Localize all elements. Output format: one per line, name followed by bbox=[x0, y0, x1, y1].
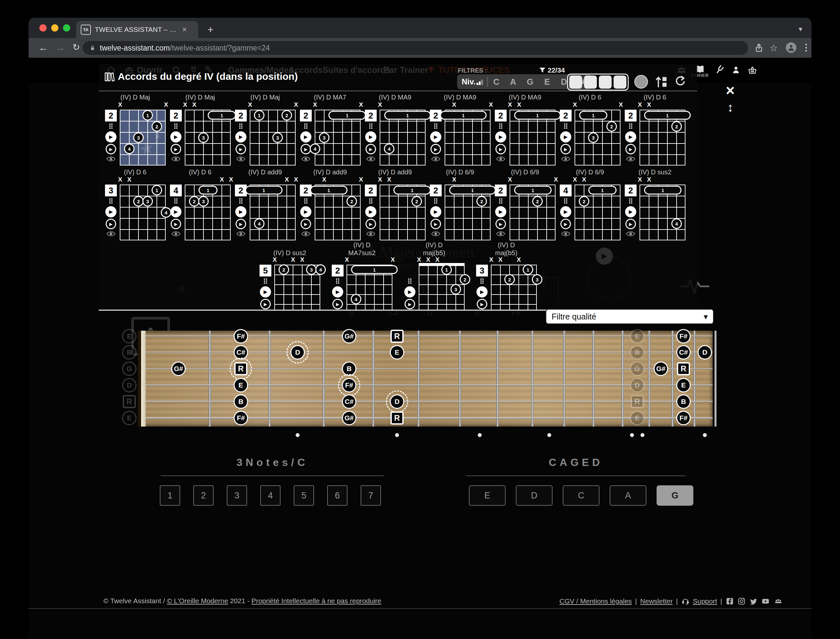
chord-kebab-icon[interactable] bbox=[109, 124, 113, 129]
chord-play-button[interactable]: ▶ bbox=[170, 131, 181, 143]
back-button[interactable]: ← bbox=[38, 42, 48, 53]
chord-play-button[interactable]: ▶ bbox=[476, 286, 488, 297]
chord-eye-icon[interactable] bbox=[431, 156, 441, 164]
chord-play-arpeggio-button[interactable]: ▶ bbox=[625, 144, 636, 154]
chord-play-button[interactable]: ▶ bbox=[625, 206, 636, 218]
chord-play-arpeggio-button[interactable]: ▶ bbox=[106, 144, 116, 154]
chord-eye-icon[interactable] bbox=[106, 156, 116, 164]
facebook-icon[interactable] bbox=[726, 597, 734, 606]
chord-play-button[interactable]: ▶ bbox=[430, 131, 441, 143]
chord-eye-icon[interactable] bbox=[366, 230, 376, 238]
panel-resize-icon[interactable]: ↕ bbox=[727, 101, 733, 114]
chord-eye-icon[interactable] bbox=[366, 156, 376, 164]
quality-filter-select[interactable]: Filtre qualité ▾ bbox=[546, 309, 714, 324]
chord-eye-icon[interactable] bbox=[561, 230, 571, 238]
chord-play-arpeggio-button[interactable]: ▶ bbox=[171, 144, 181, 154]
chord-eye-icon[interactable] bbox=[301, 230, 311, 238]
chord-play-button[interactable]: ▶ bbox=[260, 286, 271, 297]
chord-play-button[interactable]: ▶ bbox=[495, 206, 506, 218]
browser-menu-kebab-icon[interactable]: ⋮ bbox=[802, 42, 811, 53]
chord-card[interactable]: (IV) D add92▶▶XX14 bbox=[234, 168, 296, 240]
chord-eye-icon[interactable] bbox=[236, 230, 246, 238]
footer-link-support[interactable]: Support bbox=[693, 597, 717, 605]
chord-card[interactable]: (IV) D 6/92▶▶X12 bbox=[429, 168, 491, 240]
chord-eye-icon[interactable] bbox=[561, 156, 571, 164]
chord-card[interactable]: (IV) D MA92▶▶XX1 bbox=[429, 93, 491, 165]
chord-play-button[interactable]: ▶ bbox=[365, 206, 376, 218]
root-note-box[interactable]: A ▾ bbox=[131, 317, 170, 356]
chord-play-button[interactable]: ▶ bbox=[300, 131, 311, 143]
chord-card[interactable]: (IV) D Maj2▶▶XX123 bbox=[234, 93, 296, 165]
chord-card[interactable]: (IV) D sus22▶▶XX14 bbox=[624, 168, 686, 240]
zoom-window-button[interactable] bbox=[63, 24, 70, 32]
caged-button-c[interactable]: C bbox=[563, 485, 599, 505]
chord-card[interactable]: (IV) D 6/94▶▶XX12 bbox=[559, 168, 621, 240]
footer-link-propriete[interactable]: Propriété Intellectuelle à ne pas reprod… bbox=[251, 597, 381, 604]
chord-play-arpeggio-button[interactable]: ▶ bbox=[625, 219, 636, 229]
chord-kebab-icon[interactable] bbox=[239, 124, 243, 129]
chord-card[interactable]: (IV) D maj(b5)▶▶XXX123 bbox=[403, 241, 465, 311]
chord-play-arpeggio-button[interactable]: ▶ bbox=[236, 219, 246, 229]
sort-hierarchy-icon[interactable] bbox=[654, 74, 669, 89]
chord-play-button[interactable]: ▶ bbox=[332, 286, 343, 297]
three-notes-button-1[interactable]: 1 bbox=[160, 485, 180, 505]
browser-tab[interactable]: TA TWELVE ASSISTANT – Majeur / × bbox=[76, 21, 198, 38]
chord-play-button[interactable]: ▶ bbox=[235, 131, 246, 143]
chord-play-arpeggio-button[interactable]: ▶ bbox=[560, 144, 571, 154]
chord-kebab-icon[interactable] bbox=[263, 278, 268, 284]
three-notes-button-5[interactable]: 5 bbox=[294, 485, 314, 505]
three-notes-button-6[interactable]: 6 bbox=[327, 485, 347, 505]
chord-card[interactable]: (IV) D 64▶▶XX123 bbox=[169, 168, 231, 240]
chord-kebab-icon[interactable] bbox=[433, 124, 438, 129]
chord-play-button[interactable]: ▶ bbox=[560, 131, 571, 143]
chord-play-arpeggio-button[interactable]: ▶ bbox=[366, 144, 376, 154]
chord-play-arpeggio-button[interactable]: ▶ bbox=[301, 219, 311, 229]
chord-card[interactable]: (IV) D Maj2▶▶XX13 bbox=[169, 93, 231, 165]
chord-play-button[interactable]: ▶ bbox=[430, 206, 441, 218]
chord-play-button[interactable]: ▶ bbox=[235, 206, 246, 218]
filter-caged-button[interactable]: C A G E D bbox=[493, 77, 571, 87]
community-icon[interactable] bbox=[773, 597, 783, 606]
close-tab-icon[interactable]: × bbox=[182, 25, 187, 34]
chord-eye-icon[interactable] bbox=[171, 230, 181, 238]
footer-link-cgv[interactable]: CGV / Mentions légales bbox=[559, 597, 632, 605]
panel-close-icon[interactable]: × bbox=[726, 83, 735, 98]
chord-kebab-icon[interactable] bbox=[174, 198, 178, 203]
loop-strap-icon[interactable] bbox=[672, 75, 688, 89]
chord-play-arpeggio-button[interactable]: ▶ bbox=[236, 144, 246, 154]
chord-eye-icon[interactable] bbox=[626, 230, 636, 238]
chord-kebab-icon[interactable] bbox=[628, 124, 633, 129]
chord-play-arpeggio-button[interactable]: ▶ bbox=[171, 219, 181, 229]
chord-kebab-icon[interactable] bbox=[563, 124, 568, 129]
chord-kebab-icon[interactable] bbox=[368, 124, 373, 129]
chord-play-arpeggio-button[interactable]: ▶ bbox=[431, 144, 441, 154]
chord-play-button[interactable]: ▶ bbox=[105, 131, 116, 143]
chord-play-arpeggio-button[interactable]: ▶ bbox=[404, 299, 415, 309]
chord-kebab-icon[interactable] bbox=[480, 278, 484, 284]
chord-play-arpeggio-button[interactable]: ▶ bbox=[431, 219, 441, 229]
caged-button-a[interactable]: A bbox=[610, 485, 647, 505]
chord-card[interactable]: (IV) D 63▶▶XX1234 bbox=[104, 168, 166, 240]
twitter-icon[interactable] bbox=[749, 597, 758, 606]
caged-button-e[interactable]: E bbox=[469, 485, 506, 505]
footer-link-oreille-moderne[interactable]: © L'Oreille Moderne bbox=[167, 597, 228, 604]
three-notes-button-4[interactable]: 4 bbox=[260, 485, 281, 505]
chord-play-arpeggio-button[interactable]: ▶ bbox=[496, 219, 506, 229]
address-bar[interactable]: twelve-assistant.com/twelve-assistant/?g… bbox=[83, 41, 748, 55]
instagram-icon[interactable] bbox=[737, 597, 746, 606]
share-icon[interactable] bbox=[754, 43, 764, 53]
chord-kebab-icon[interactable] bbox=[239, 198, 243, 203]
chord-play-arpeggio-button[interactable]: ▶ bbox=[106, 219, 116, 229]
chord-play-arpeggio-button[interactable]: ▶ bbox=[260, 299, 271, 309]
chord-eye-icon[interactable] bbox=[171, 156, 181, 164]
chord-kebab-icon[interactable] bbox=[109, 198, 113, 203]
circle-toggle[interactable] bbox=[634, 75, 648, 89]
tab-search-chevron-icon[interactable]: ▾ bbox=[799, 25, 802, 33]
reload-button[interactable]: ↻ bbox=[73, 42, 80, 52]
chord-card[interactable]: (IV) D 62▶▶XX12 bbox=[624, 93, 686, 165]
caged-button-g[interactable]: G bbox=[656, 485, 693, 505]
chord-card[interactable]: (IV) D add92▶▶XX12 bbox=[364, 168, 426, 240]
chord-eye-icon[interactable] bbox=[301, 156, 311, 164]
chord-kebab-icon[interactable] bbox=[304, 124, 308, 129]
chord-kebab-icon[interactable] bbox=[498, 198, 503, 203]
